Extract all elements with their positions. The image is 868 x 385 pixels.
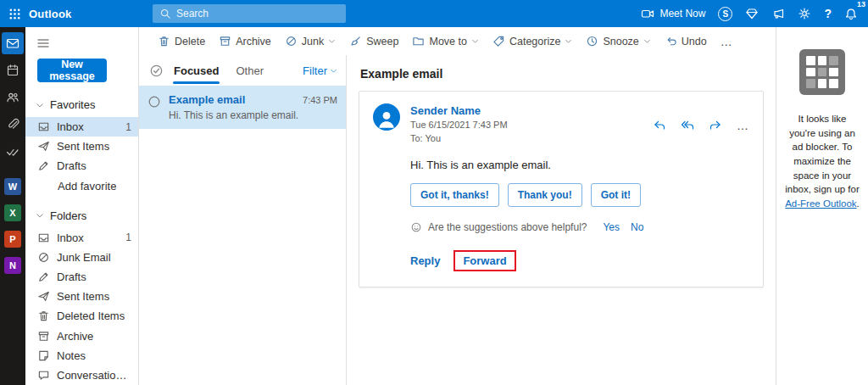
skype-button[interactable]: S	[718, 7, 732, 21]
reply-all-arrow-icon	[681, 119, 694, 132]
ad-free-outlook-link[interactable]: Ad-Free Outlook	[785, 198, 856, 209]
folders-section-header[interactable]: Folders	[25, 202, 138, 228]
onenote-app-icon[interactable]: N	[4, 257, 21, 274]
rail-attachments-button[interactable]	[2, 114, 24, 136]
sender-avatar[interactable]	[373, 103, 400, 131]
chevron-down-icon	[330, 67, 337, 75]
toolbar-archive-button[interactable]: Archive	[212, 31, 278, 52]
reply-link[interactable]: Reply	[410, 254, 440, 267]
feedback-no-link[interactable]: No	[631, 221, 643, 233]
toolbar-overflow-button[interactable]: …	[714, 31, 741, 53]
notifications-button[interactable]: 13	[844, 6, 858, 21]
premium-button[interactable]	[745, 7, 759, 20]
toolbar-junk-button[interactable]: Junk	[278, 31, 342, 52]
toolbar-categorize-button[interactable]: Categorize	[486, 31, 579, 52]
excel-app-icon[interactable]: X	[4, 204, 21, 221]
favorites-title: Favorites	[50, 98, 95, 111]
notification-count-badge: 13	[857, 0, 865, 8]
skype-icon: S	[718, 7, 732, 21]
sidebar-favorite-inbox[interactable]: Inbox 1	[25, 117, 138, 137]
filter-button[interactable]: Filter	[303, 64, 337, 77]
main-content: Delete Archive Junk Sweep	[138, 27, 776, 385]
meet-now-button[interactable]: Meet Now	[641, 7, 705, 20]
notifications-bell-icon	[844, 8, 858, 21]
forward-icon-button[interactable]	[709, 119, 722, 132]
chevron-down-icon	[643, 37, 651, 45]
app-launcher-button[interactable]	[0, 0, 29, 27]
suggested-reply-button[interactable]: Thank you!	[508, 183, 582, 207]
feedback-prompt: Are the suggestions above helpful?	[428, 221, 587, 233]
word-app-icon[interactable]: W	[4, 178, 21, 195]
pencil-icon	[37, 159, 50, 172]
search-icon	[159, 8, 171, 20]
meet-now-label: Meet Now	[659, 8, 705, 20]
message-list: Focused Other Filter Ex	[139, 55, 347, 385]
toolbar-snooze-button[interactable]: Snooze	[579, 31, 657, 52]
tag-icon	[492, 35, 505, 47]
message-card: Sender Name Tue 6/15/2021 7:43 PM To: Yo…	[359, 91, 764, 287]
forward-link-annotated[interactable]: Forward	[453, 250, 515, 271]
sidebar-folder-junk-email[interactable]: Junk Email	[25, 248, 138, 267]
mail-list-item[interactable]: Example email 7:43 PM Hi. This is an exa…	[139, 86, 346, 129]
powerpoint-app-icon[interactable]: P	[4, 231, 21, 248]
hamburger-menu-button[interactable]	[25, 27, 138, 53]
suggested-reply-button[interactable]: Got it, thanks!	[410, 183, 499, 207]
feedback-yes-link[interactable]: Yes	[603, 221, 620, 233]
inbox-icon	[37, 232, 50, 244]
message-select-circle[interactable]	[147, 95, 161, 121]
block-icon	[285, 35, 298, 47]
new-message-button[interactable]: New message	[37, 59, 107, 82]
broom-icon	[349, 35, 362, 47]
sidebar-folder-inbox[interactable]: Inbox 1	[25, 228, 138, 248]
rail-people-button[interactable]	[2, 86, 24, 109]
settings-gear-icon	[798, 7, 811, 20]
sidebar-folder-drafts[interactable]: Drafts	[25, 267, 138, 287]
sender-name[interactable]: Sender Name	[410, 103, 508, 119]
mail-preview: Hi. This is an example email.	[169, 109, 337, 121]
sidebar-favorite-sent-items[interactable]: Sent Items	[25, 137, 138, 156]
ad-blocker-message: It looks like you're using an ad blocker…	[784, 112, 860, 211]
add-favorite-button[interactable]: Add favorite	[25, 176, 138, 196]
send-icon	[37, 290, 50, 303]
feedback-smiley-icon	[410, 221, 422, 233]
ad-blocker-panel: It looks like you're using an ad blocker…	[776, 27, 868, 385]
sidebar-favorite-drafts[interactable]: Drafts	[25, 156, 138, 176]
favorites-section-header[interactable]: Favorites	[25, 91, 138, 117]
archive-icon	[219, 35, 231, 47]
app-title: Outlook	[29, 8, 72, 20]
reply-icon-button[interactable]	[653, 119, 666, 132]
sidebar-folder-notes[interactable]: Notes	[25, 346, 138, 365]
premium-diamond-icon	[745, 7, 759, 20]
sidebar-folder-archive[interactable]: Archive	[25, 326, 138, 345]
select-all-button[interactable]	[149, 64, 164, 78]
trash-icon	[158, 35, 170, 47]
megaphone-icon	[771, 7, 785, 20]
reply-all-icon-button[interactable]	[681, 119, 694, 132]
rail-office-apps: W X P N	[4, 178, 21, 274]
chevron-down-icon	[471, 37, 479, 45]
rail-todo-button[interactable]	[2, 141, 24, 163]
toolbar-delete-button[interactable]: Delete	[151, 31, 212, 52]
help-button[interactable]: ?	[824, 7, 832, 20]
sidebar-folder-sent-items[interactable]: Sent Items	[25, 287, 138, 306]
message-list-header: Focused Other Filter	[139, 55, 346, 86]
toolbar-move-to-button[interactable]: Move to	[405, 31, 485, 52]
suggested-replies: Got it, thanks! Thank you! Got it!	[410, 183, 749, 207]
settings-button[interactable]	[798, 7, 811, 20]
message-more-button[interactable]: …	[737, 121, 749, 130]
suggested-reply-button[interactable]: Got it!	[591, 183, 641, 207]
search-box[interactable]	[153, 4, 346, 23]
sidebar-folder-conversation-history[interactable]: Conversation Hist...	[25, 365, 138, 385]
folder-icon	[412, 35, 425, 47]
tab-other[interactable]: Other	[227, 57, 272, 85]
rail-calendar-button[interactable]	[2, 59, 24, 81]
toolbar-sweep-button[interactable]: Sweep	[342, 31, 405, 52]
folders-title: Folders	[50, 209, 86, 222]
rail-mail-button[interactable]	[2, 32, 24, 54]
tab-focused[interactable]: Focused	[165, 57, 227, 85]
circle-icon	[147, 95, 161, 109]
toolbar-undo-button[interactable]: Undo	[658, 31, 714, 52]
search-input[interactable]	[176, 8, 339, 20]
whats-new-button[interactable]	[771, 7, 785, 20]
sidebar-folder-deleted-items[interactable]: Deleted Items	[25, 306, 138, 326]
